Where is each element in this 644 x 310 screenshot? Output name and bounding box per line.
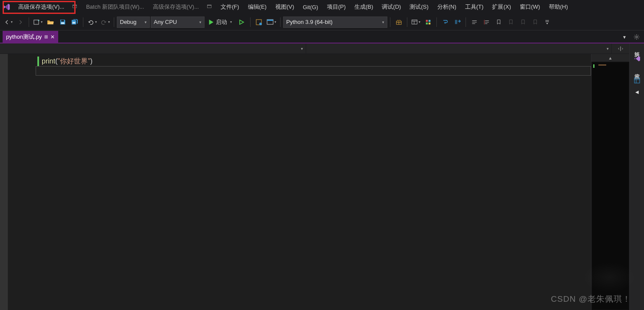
- token-paren-close: ): [90, 57, 92, 66]
- breakpoint-margin[interactable]: [0, 54, 8, 310]
- menu-project[interactable]: 项目(P): [323, 1, 350, 13]
- separator: [83, 17, 83, 27]
- tab-dropdown-button[interactable]: ▼: [619, 31, 630, 43]
- toolbar-overflow-button[interactable]: [542, 17, 553, 28]
- menu-bar: 高级保存选项(V)... Batch 新团队项目(W)... 高级保存选项(V)…: [0, 0, 644, 14]
- right-dock: 解决 搜索 ◀: [629, 43, 644, 310]
- code-editor[interactable]: print("你好世界"): [36, 54, 591, 310]
- menu-advanced-save-highlight[interactable]: 高级保存选项(V)...: [14, 1, 69, 13]
- line-gutter: [8, 54, 36, 310]
- svg-point-18: [636, 36, 637, 38]
- prev-bookmark-button[interactable]: [505, 17, 516, 28]
- separator: [436, 17, 437, 27]
- menu-tools[interactable]: 工具(T): [461, 1, 488, 13]
- color-picker-button[interactable]: [423, 17, 434, 28]
- solution-explorer-tab[interactable]: 解决: [631, 44, 642, 51]
- save-button[interactable]: [57, 17, 68, 28]
- change-marker: [37, 57, 39, 66]
- svg-rect-3: [207, 5, 211, 6]
- separator: [407, 17, 407, 27]
- code-nav-bar: ▾ ▾: [0, 43, 629, 54]
- token-print: print: [42, 57, 55, 66]
- svg-rect-7: [72, 22, 75, 24]
- file-tab-active[interactable]: python测试.py ⊞ ✕: [3, 30, 58, 43]
- main-toolbar: ▾ ▾ ▾ ▾ Debug▾ Any CPU▾ 启动 ▾ ▾ Python 3.…: [0, 14, 644, 30]
- bookmark-button[interactable]: [493, 17, 504, 28]
- code-minimap[interactable]: [592, 63, 628, 309]
- start-debug-button[interactable]: 启动 ▾: [205, 17, 235, 28]
- menu-edit[interactable]: 编辑(E): [244, 1, 271, 13]
- code-line-1: print("你好世界"): [37, 57, 591, 66]
- play-icon: [209, 20, 214, 25]
- separator: [280, 17, 281, 27]
- svg-rect-11: [267, 20, 273, 21]
- config-select[interactable]: Debug▾: [117, 17, 150, 28]
- svg-rect-1: [73, 5, 77, 6]
- layout-button[interactable]: ▾: [410, 17, 422, 28]
- minimap-change-marker: [593, 64, 594, 68]
- open-file-button[interactable]: [45, 17, 56, 28]
- scope-select-left[interactable]: ▾: [0, 43, 306, 53]
- menu-window[interactable]: 窗口(W): [515, 1, 545, 13]
- properties-icon[interactable]: [632, 76, 642, 85]
- minimap-code-blob: [598, 64, 606, 66]
- comment-button[interactable]: [469, 17, 480, 28]
- svg-rect-5: [61, 20, 64, 22]
- python-window-button[interactable]: ▾: [265, 17, 277, 28]
- next-bookmark-button[interactable]: [517, 17, 528, 28]
- menu-advanced-save-2[interactable]: 高级保存选项(V)...: [149, 1, 203, 13]
- redo-button[interactable]: ▾: [99, 17, 111, 28]
- uncomment-button[interactable]: [481, 17, 492, 28]
- new-project-button[interactable]: ▾: [32, 17, 44, 28]
- platform-value: Any CPU: [154, 19, 177, 25]
- pin-icon: [207, 4, 213, 10]
- pin-icon: [72, 4, 78, 10]
- svg-point-9: [259, 23, 262, 25]
- document-tab-strip: python测试.py ⊞ ✕ ▼: [0, 30, 644, 43]
- step-into-button[interactable]: [439, 17, 451, 28]
- menu-file[interactable]: 文件(F): [216, 1, 244, 13]
- menu-analyze[interactable]: 分析(N): [433, 1, 461, 13]
- editor-area: print("你好世界") ▲: [0, 54, 629, 310]
- python-env-value: Python 3.9 (64-bit): [286, 19, 333, 25]
- gift-icon-button[interactable]: [393, 17, 404, 28]
- clear-bookmark-button[interactable]: [529, 17, 541, 28]
- overview-collapse-button[interactable]: ▲: [591, 54, 629, 62]
- svg-rect-19: [634, 78, 640, 83]
- scope-select-right[interactable]: ▾: [306, 43, 612, 53]
- menu-view[interactable]: 视图(V): [271, 1, 298, 13]
- platform-select[interactable]: Any CPU▾: [151, 17, 205, 28]
- tab-settings-button[interactable]: [631, 31, 642, 43]
- token-string: "你好世界": [57, 57, 90, 66]
- menu-extensions[interactable]: 扩展(X): [488, 1, 515, 13]
- menu-build[interactable]: 生成(B): [350, 1, 377, 13]
- tab-filename: python测试.py: [6, 33, 42, 41]
- run-label: 启动: [216, 18, 227, 26]
- separator: [29, 17, 29, 27]
- menu-git[interactable]: Git(G): [298, 2, 322, 12]
- svg-rect-13: [412, 20, 417, 24]
- menu-test[interactable]: 测试(S): [405, 1, 433, 13]
- python-env-icon-button[interactable]: [253, 17, 264, 28]
- svg-rect-16: [426, 22, 428, 24]
- save-all-button[interactable]: [69, 17, 80, 28]
- separator: [390, 17, 390, 27]
- menu-help[interactable]: 帮助(H): [545, 1, 572, 13]
- python-env-select[interactable]: Python 3.9 (64-bit)▾: [283, 17, 387, 28]
- separator: [466, 17, 466, 27]
- step-over-button[interactable]: [452, 17, 463, 28]
- nav-forward-button[interactable]: [15, 17, 26, 28]
- menu-debug[interactable]: 调试(D): [377, 1, 405, 13]
- close-icon[interactable]: ✕: [50, 34, 55, 40]
- cursor-line-highlight: [36, 66, 591, 76]
- start-without-debug-button[interactable]: [236, 17, 248, 28]
- menu-batch-team[interactable]: Batch 新团队项目(W)...: [82, 1, 149, 13]
- nav-back-button[interactable]: ▾: [3, 17, 14, 28]
- solution-icon[interactable]: [632, 54, 642, 63]
- search-tab[interactable]: 搜索: [631, 66, 642, 73]
- dock-collapse-icon[interactable]: ◀: [635, 90, 639, 94]
- pin-icon[interactable]: ⊞: [44, 34, 48, 39]
- split-editor-button[interactable]: [612, 43, 629, 53]
- svg-rect-17: [429, 22, 430, 24]
- undo-button[interactable]: ▾: [86, 17, 98, 28]
